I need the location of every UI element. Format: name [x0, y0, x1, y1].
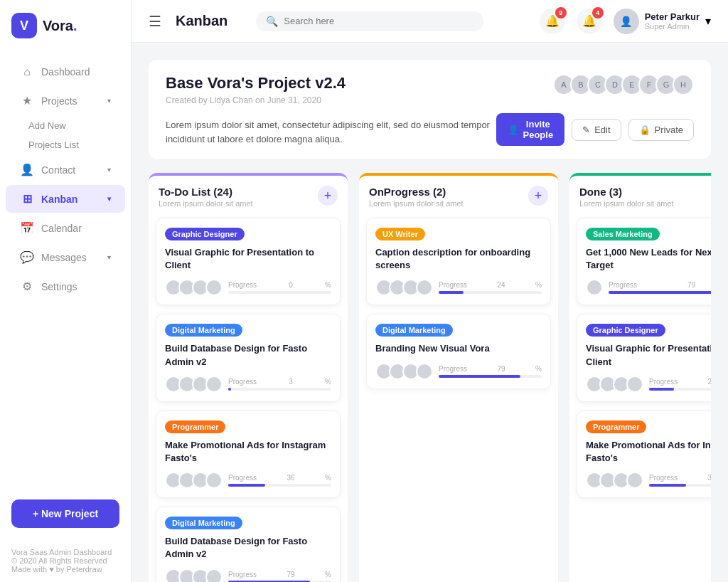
notification-button-1[interactable]: 🔔 9	[540, 9, 565, 34]
star-icon: ★	[20, 94, 34, 107]
col-sub-done: Lorem ipsum dolor sit amet	[579, 199, 674, 208]
col-title-done: Done (3)	[579, 186, 674, 198]
sidebar-label-messages: Messages	[41, 252, 87, 263]
progress-label: Progress	[439, 365, 467, 373]
card: Digital Marketing Build Database Design …	[156, 314, 341, 401]
progress-fill	[649, 484, 686, 487]
card-avatars	[586, 376, 643, 393]
progress-label: Progress	[609, 281, 637, 289]
notification-button-2[interactable]: 🔔 4	[577, 9, 602, 34]
project-title: Base Vora's Project v2.4	[166, 74, 346, 92]
card-title: Caption description for onboarding scree…	[375, 246, 542, 272]
cards-onprogress: UX Writer Caption description for onboar…	[359, 212, 558, 582]
edit-button[interactable]: ✎ Edit	[572, 119, 621, 141]
progress-section: Progress 3%	[228, 378, 331, 391]
sidebar-item-messages[interactable]: 💬 Messages ▾	[6, 243, 125, 271]
column-onprogress: OnProgress (2) Lorem ipsum dolor sit ame…	[359, 173, 558, 582]
progress-fill	[439, 375, 520, 378]
col-title-onprogress: OnProgress (2)	[369, 186, 464, 198]
sidebar-item-settings[interactable]: ⚙ Settings	[6, 273, 125, 300]
tag-programmer: Programmer	[586, 420, 646, 433]
chevron-projects-icon: ▾	[107, 97, 111, 105]
avatar	[626, 376, 643, 393]
progress-value: 24	[707, 378, 711, 386]
invite-icon: 👤	[508, 125, 519, 135]
user-menu[interactable]: 👤 Peter Parkur Super Admin ▾	[614, 9, 711, 34]
new-project-button[interactable]: + New Project	[11, 499, 119, 528]
progress-section: Progress 24%	[649, 378, 711, 391]
sidebar-label-contact: Contact	[41, 164, 75, 176]
hamburger-icon[interactable]: ☰	[149, 13, 161, 30]
sidebar-item-kanban[interactable]: ⊞ Kanban ▾	[6, 185, 125, 213]
progress-pct: %	[325, 378, 331, 386]
card-avatars	[165, 279, 223, 296]
project-header: Base Vora's Project v2.4 Created by Lidy…	[149, 60, 711, 159]
edit-icon: ✎	[582, 125, 590, 135]
sidebar-item-projects[interactable]: ★ Projects ▾	[6, 87, 125, 115]
progress-fill	[228, 388, 231, 391]
progress-section: Progress 79%	[439, 365, 542, 378]
add-card-todo-button[interactable]: +	[318, 186, 338, 206]
kanban-icon: ⊞	[20, 192, 34, 206]
col-header-onprogress: OnProgress (2) Lorem ipsum dolor sit ame…	[359, 176, 558, 212]
progress-value: 3	[289, 378, 293, 386]
chevron-kanban-icon: ▾	[107, 195, 111, 203]
progress-value: 79	[687, 281, 695, 289]
notification-badge-1: 9	[555, 7, 567, 18]
progress-label: Progress	[439, 281, 467, 289]
card: Programmer Make Promotional Ads for Inst…	[577, 411, 711, 498]
chevron-contact-icon: ▾	[107, 166, 111, 174]
sidebar: V Vora. ⌂ Dashboard ★ Projects ▾ Add New…	[0, 0, 132, 582]
invite-people-button[interactable]: 👤 Invite People	[496, 113, 565, 146]
search-icon: 🔍	[266, 16, 278, 27]
project-avatars: A B C D E F G H	[553, 74, 694, 95]
sidebar-item-add-new[interactable]: Add New	[21, 116, 131, 135]
col-title-todo: To-Do List (24)	[159, 186, 253, 198]
progress-bar	[439, 291, 542, 294]
progress-value: 0	[289, 281, 293, 289]
project-description: Lorem ipsum dolor sit amet, consectetur …	[166, 118, 496, 146]
tag-ux: UX Writer	[375, 228, 425, 240]
progress-label: Progress	[228, 474, 257, 482]
logo: V Vora.	[0, 0, 131, 51]
card-title: Visual Graphic for Presentation to Clien…	[165, 246, 331, 272]
sidebar-item-calendar[interactable]: 📅 Calendar	[6, 214, 125, 242]
header-right: 🔔 9 🔔 4 👤 Peter Parkur Super Admin ▾	[540, 9, 711, 34]
sidebar-item-dashboard[interactable]: ⌂ Dashboard	[6, 58, 125, 85]
add-card-onprogress-button[interactable]: +	[528, 186, 548, 206]
user-chevron-icon: ▾	[705, 14, 711, 28]
progress-bar	[609, 291, 711, 294]
card-avatars	[375, 363, 433, 380]
col-sub-todo: Lorem ipsum dolor sit amet	[159, 199, 253, 208]
progress-label: Progress	[228, 281, 257, 289]
card-title: Make Promotional Ads for Instagram Fasto…	[165, 439, 331, 465]
progress-value: 79	[497, 365, 505, 373]
progress-bar	[228, 388, 331, 391]
card: Digital Marketing Branding New Visual Vo…	[366, 314, 551, 388]
card: Sales Marketing Get 1,000 New Leads for …	[577, 218, 711, 305]
progress-pct: %	[325, 281, 331, 289]
footer-company: Vora Saas Admin Dashboard	[11, 548, 119, 556]
progress-fill	[228, 484, 265, 487]
sidebar-item-projects-list[interactable]: Projects List	[21, 135, 131, 154]
avatar: 👤	[614, 9, 639, 34]
settings-icon: ⚙	[20, 280, 34, 293]
card-avatars	[586, 279, 603, 296]
progress-section: Progress 36%	[228, 474, 331, 487]
sidebar-item-contact[interactable]: 👤 Contact ▾	[6, 156, 125, 184]
col-sub-onprogress: Lorem ipsum dolor sit amet	[369, 199, 464, 208]
progress-value: 36	[707, 474, 711, 482]
progress-section: Progress 79%	[228, 571, 331, 583]
progress-section: Progress 0%	[228, 281, 331, 294]
tag-sales: Sales Marketing	[586, 228, 660, 240]
user-details: Peter Parkur Super Admin	[645, 11, 700, 31]
home-icon: ⌂	[20, 65, 34, 78]
progress-label: Progress	[649, 378, 678, 386]
card-title: Build Database Design for Fasto Admin v2	[165, 342, 331, 368]
private-button[interactable]: 🔒 Private	[628, 119, 694, 141]
sidebar-label-calendar: Calendar	[41, 223, 82, 234]
search-input[interactable]	[284, 16, 473, 26]
sidebar-label-kanban: Kanban	[41, 194, 77, 205]
card-title: Make Promotional Ads for Instagram Fasto…	[586, 439, 711, 465]
progress-pct: %	[535, 281, 542, 289]
